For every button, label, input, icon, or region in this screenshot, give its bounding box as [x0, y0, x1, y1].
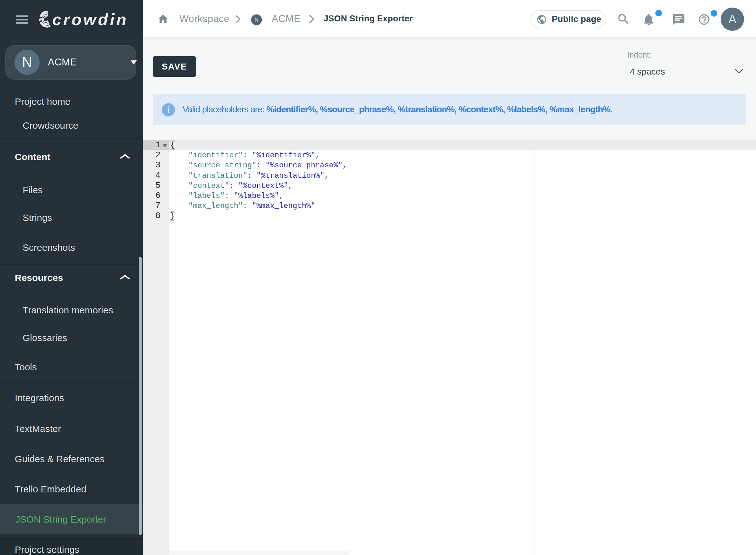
svg-text:crowdin: crowdin [52, 10, 128, 28]
